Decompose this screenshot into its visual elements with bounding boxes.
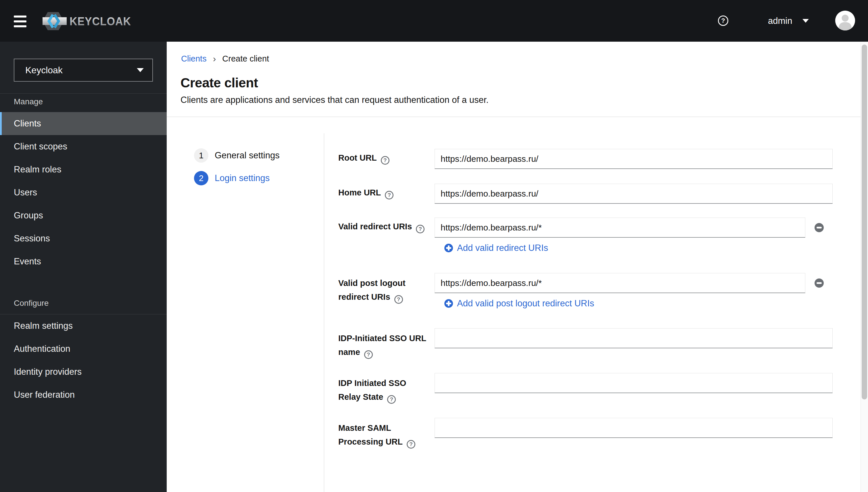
- home-url-input[interactable]: [435, 183, 833, 204]
- sidebar-divider: [0, 93, 167, 94]
- idp-initiated-sso-relay-state-input[interactable]: [435, 373, 833, 393]
- valid-post-logout-redirect-uris-label: Valid post logout redirect URIs?: [338, 273, 433, 304]
- step-label: General settings: [215, 150, 280, 161]
- root-url-label: Root URL?: [338, 149, 433, 169]
- master-saml-processing-url-label: Master SAML Processing URL?: [338, 418, 433, 449]
- chevron-down-icon: [137, 68, 144, 72]
- username-label: admin: [768, 16, 792, 26]
- hamburger-menu-icon[interactable]: [14, 16, 26, 27]
- idp-initiated-sso-relay-state-label: IDP Initiated SSO Relay State?: [338, 373, 433, 404]
- sidebar-nav: Keycloak Manage Clients Client scopes Re…: [0, 42, 167, 492]
- realm-selector-value: Keycloak: [25, 65, 63, 76]
- sidebar-item-groups[interactable]: Groups: [0, 204, 167, 227]
- user-menu-dropdown[interactable]: admin: [768, 0, 809, 42]
- sidebar-item-realm-roles[interactable]: Realm roles: [0, 158, 167, 181]
- main-content: Clients › Create client Create client Cl…: [167, 42, 868, 492]
- hamburger-bar: [14, 25, 26, 27]
- hamburger-bar: [14, 16, 26, 18]
- help-icon[interactable]: ?: [387, 395, 396, 404]
- sidebar-item-clients[interactable]: Clients: [0, 112, 167, 135]
- hamburger-bar: [14, 20, 26, 22]
- step-number-badge: 2: [194, 171, 208, 186]
- page-subtitle: Clients are applications and services th…: [180, 95, 489, 105]
- avatar[interactable]: [835, 10, 855, 30]
- remove-post-logout-uri-button[interactable]: [815, 278, 824, 288]
- sidebar-section-manage: Manage: [14, 96, 43, 107]
- wizard-step-general-settings[interactable]: 1 General settings: [194, 148, 280, 163]
- section-divider: [167, 117, 861, 117]
- page-title: Create client: [180, 75, 258, 91]
- root-url-input[interactable]: [435, 149, 833, 169]
- help-icon[interactable]: ?: [407, 440, 415, 449]
- sidebar-item-client-scopes[interactable]: Client scopes: [0, 135, 167, 158]
- help-icon[interactable]: ?: [381, 156, 390, 165]
- valid-post-logout-redirect-uris-input[interactable]: [435, 273, 805, 293]
- step-label: Login settings: [215, 173, 270, 183]
- logo-band: [43, 17, 67, 25]
- sidebar-item-realm-settings[interactable]: Realm settings: [0, 314, 167, 337]
- plus-circle-icon: [444, 299, 453, 308]
- breadcrumb: Clients › Create client: [181, 53, 269, 65]
- add-valid-post-logout-redirect-uris-link[interactable]: Add valid post logout redirect URIs: [444, 299, 594, 308]
- wizard-step-login-settings[interactable]: 2 Login settings: [194, 171, 270, 186]
- help-icon[interactable]: ?: [364, 350, 373, 359]
- home-url-label: Home URL?: [338, 183, 433, 204]
- help-icon[interactable]: ?: [394, 295, 403, 304]
- keycloak-logo[interactable]: KEYCLOAK: [43, 10, 132, 32]
- wizard-form-divider: [324, 133, 324, 492]
- breadcrumb-current: Create client: [222, 54, 269, 64]
- realm-selector[interactable]: Keycloak: [14, 58, 153, 82]
- masthead: KEYCLOAK ? admin: [0, 0, 868, 42]
- idp-initiated-sso-url-name-input[interactable]: [435, 328, 833, 348]
- sidebar-item-events[interactable]: Events: [0, 250, 167, 273]
- valid-redirect-uris-input[interactable]: [435, 218, 805, 238]
- help-icon[interactable]: ?: [385, 191, 394, 199]
- valid-redirect-uris-label: Valid redirect URIs?: [338, 218, 433, 238]
- plus-circle-icon: [444, 244, 453, 252]
- sidebar-configure-group: Realm settings Authentication Identity p…: [0, 314, 167, 407]
- breadcrumb-separator-icon: ›: [213, 53, 216, 64]
- sidebar-item-authentication[interactable]: Authentication: [0, 337, 167, 360]
- scrollbar-thumb[interactable]: [862, 45, 867, 399]
- sidebar-section-configure: Configure: [14, 297, 49, 309]
- idp-initiated-sso-url-name-label: IDP-Initiated SSO URL name?: [338, 328, 433, 359]
- sidebar-item-identity-providers[interactable]: Identity providers: [0, 360, 167, 384]
- sidebar-item-sessions[interactable]: Sessions: [0, 227, 167, 250]
- remove-redirect-uri-button[interactable]: [815, 223, 824, 232]
- logo-wordmark: KEYCLOAK: [70, 15, 131, 28]
- chevron-down-icon: [802, 19, 809, 23]
- master-saml-processing-url-input[interactable]: [435, 418, 833, 438]
- help-icon[interactable]: ?: [718, 16, 728, 26]
- scrollbar-track: [861, 42, 868, 492]
- sidebar-manage-group: Clients Client scopes Realm roles Users …: [0, 112, 167, 273]
- breadcrumb-clients-link[interactable]: Clients: [181, 54, 207, 64]
- help-icon[interactable]: ?: [416, 225, 424, 233]
- avatar-person-icon: [835, 10, 855, 30]
- sidebar-item-user-federation[interactable]: User federation: [0, 384, 167, 407]
- step-number-badge: 1: [194, 148, 208, 163]
- sidebar-item-users[interactable]: Users: [0, 181, 167, 204]
- add-valid-redirect-uris-link[interactable]: Add valid redirect URIs: [444, 243, 548, 253]
